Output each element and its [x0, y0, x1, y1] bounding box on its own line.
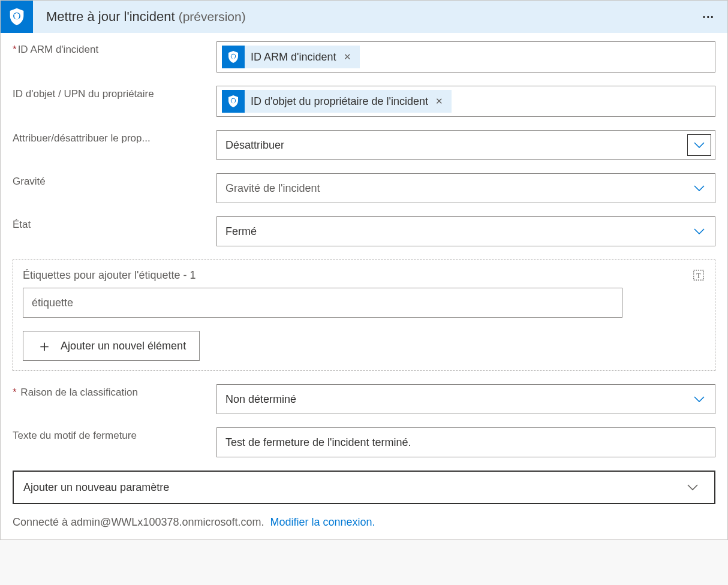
card-title: Mettre à jour l'incident (préversion): [33, 9, 700, 25]
row-state: État Fermé: [13, 216, 715, 246]
required-asterisk: *: [13, 44, 17, 55]
chevron-down-icon[interactable]: [687, 388, 711, 410]
chevron-down-icon[interactable]: [687, 221, 711, 242]
tag-input[interactable]: étiquette: [23, 288, 622, 318]
sentinel-icon: [222, 90, 245, 113]
select-assign[interactable]: Désattribuer: [216, 130, 715, 160]
label-severity: Gravité: [13, 173, 216, 188]
row-severity: Gravité Gravité de l'incident: [13, 173, 715, 203]
label-classification: * Raison de la classification: [13, 384, 216, 399]
token-owner-upn[interactable]: ID d'objet du propriétaire de l'incident…: [222, 90, 452, 113]
row-classification: * Raison de la classification Non déterm…: [13, 384, 715, 414]
field-arm-id[interactable]: ID ARM d'incident ✕: [216, 41, 715, 73]
label-assign: Attribuer/désattribuer le prop...: [13, 130, 216, 144]
field-owner-upn[interactable]: ID d'objet du propriétaire de l'incident…: [216, 86, 715, 117]
select-value: Désattribuer: [225, 139, 687, 152]
token-arm-id[interactable]: ID ARM d'incident ✕: [222, 46, 360, 68]
close-reason-value: Test de fermeture de l'incident terminé.: [225, 436, 411, 449]
select-value: Non déterminé: [225, 393, 687, 406]
card-body: *ID ARM d'incident ID ARM d'incident ✕: [1, 33, 727, 539]
add-parameter-label: Ajouter un nouveau paramètre: [23, 481, 681, 494]
change-connection-link[interactable]: Modifier la connexion.: [270, 516, 375, 528]
label-close-reason: Texte du motif de fermeture: [13, 427, 216, 442]
token-remove-icon[interactable]: ✕: [432, 96, 447, 107]
add-parameter-select[interactable]: Ajouter un nouveau paramètre: [13, 471, 715, 504]
token-text: ID ARM d'incident: [251, 51, 340, 64]
connected-prefix: Connecté à: [13, 516, 71, 528]
chevron-down-icon[interactable]: [687, 134, 711, 156]
sentinel-icon: [222, 46, 245, 68]
select-placeholder: Gravité de l'incident: [225, 182, 687, 195]
card-header[interactable]: Mettre à jour l'incident (préversion) ··…: [1, 1, 727, 33]
label-state: État: [13, 216, 216, 231]
sentinel-icon: [1, 1, 33, 33]
plus-icon: ＋: [37, 338, 52, 354]
label-arm-id: *ID ARM d'incident: [13, 41, 216, 56]
switch-array-mode-icon[interactable]: T: [692, 269, 705, 282]
row-close-reason: Texte du motif de fermeture Test de ferm…: [13, 427, 715, 457]
tags-title: Étiquettes pour ajouter l'étiquette - 1: [23, 269, 692, 282]
row-assign: Attribuer/désattribuer le prop... Désatt…: [13, 130, 715, 160]
svg-text:T: T: [696, 272, 701, 280]
connection-footer: Connecté à admin@WWLx100378.onmicrosoft.…: [13, 516, 715, 529]
required-asterisk: *: [13, 387, 17, 398]
card-title-suffix: (préversion): [179, 10, 246, 23]
chevron-down-icon[interactable]: [681, 477, 705, 498]
connected-account: admin@WWLx100378.onmicrosoft.com.: [71, 516, 264, 528]
select-severity[interactable]: Gravité de l'incident: [216, 173, 715, 203]
select-state[interactable]: Fermé: [216, 216, 715, 246]
card-title-text: Mettre à jour l'incident: [46, 9, 175, 24]
card-menu-icon[interactable]: ···: [700, 8, 717, 26]
select-value: Fermé: [225, 225, 687, 238]
input-close-reason[interactable]: Test de fermeture de l'incident terminé.: [216, 427, 715, 457]
tags-section: Étiquettes pour ajouter l'étiquette - 1 …: [13, 260, 715, 371]
label-owner-upn: ID d'objet / UPN du propriétaire: [13, 86, 216, 100]
add-tag-label: Ajouter un nouvel élément: [61, 340, 186, 352]
token-remove-icon[interactable]: ✕: [340, 52, 355, 62]
token-text: ID d'objet du propriétaire de l'incident: [251, 95, 432, 108]
chevron-down-icon[interactable]: [687, 177, 711, 199]
tag-input-placeholder: étiquette: [32, 297, 73, 309]
row-owner-upn: ID d'objet / UPN du propriétaire ID d'ob…: [13, 86, 715, 117]
select-classification[interactable]: Non déterminé: [216, 384, 715, 414]
row-arm-id: *ID ARM d'incident ID ARM d'incident ✕: [13, 41, 715, 73]
action-card: Mettre à jour l'incident (préversion) ··…: [0, 0, 728, 540]
add-tag-button[interactable]: ＋ Ajouter un nouvel élément: [23, 331, 200, 361]
